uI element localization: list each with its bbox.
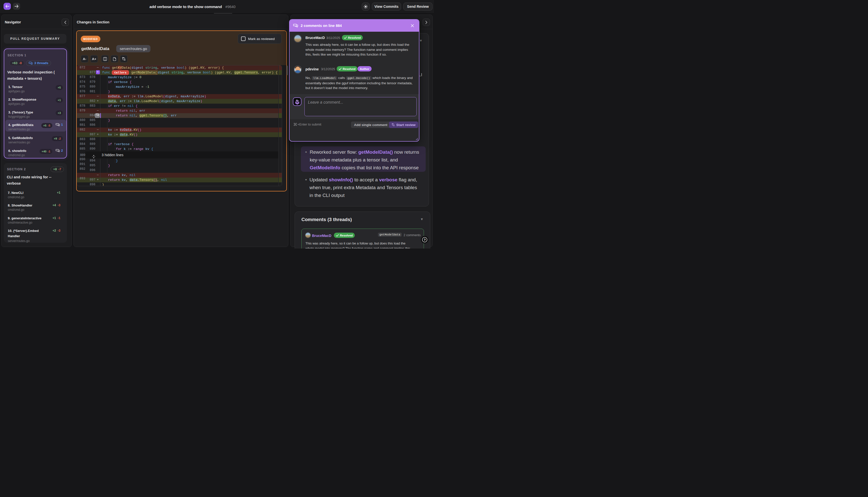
svg-text:?: ? bbox=[424, 238, 426, 242]
